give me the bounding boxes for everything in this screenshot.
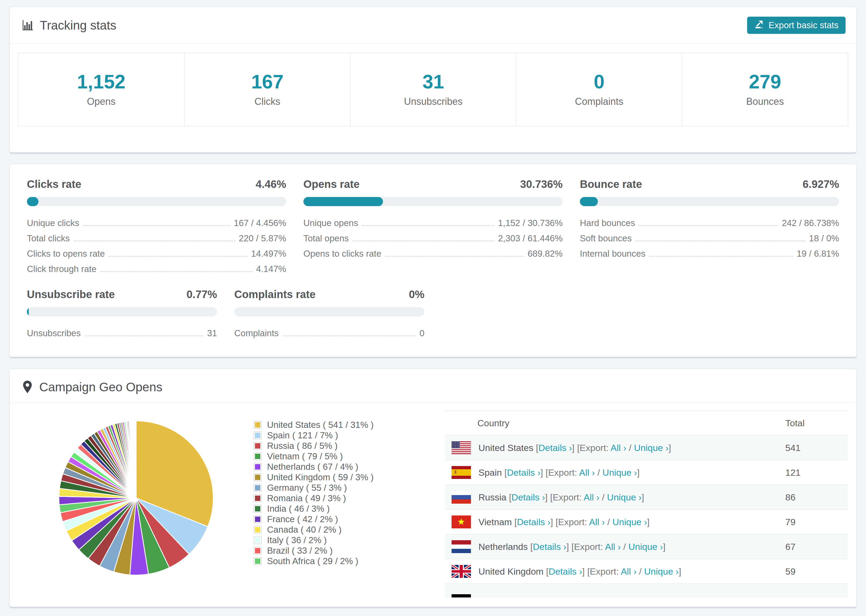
campaign-geo-opens-card: Campaign Geo Opens United States ( 541 /… <box>9 368 857 607</box>
export-unique-link[interactable]: Unique › <box>612 517 647 527</box>
geo-table-row-russia: Russia [Details ›] [Export: All › / Uniq… <box>445 485 848 509</box>
export-basic-stats-button[interactable]: Export basic stats <box>747 17 846 34</box>
rate-row: Internal bounces19 / 6.81% <box>580 246 839 261</box>
country-links: Russia [Details ›] [Export: All › / Uniq… <box>479 492 644 503</box>
rates-bottom-row: Unsubscribe rate0.77%Unsubscribes31Compl… <box>19 288 847 341</box>
rate-row: Click through rate4.147% <box>27 261 286 277</box>
country-name: Russia <box>479 492 506 502</box>
rate-block-unsubscribe-rate: Unsubscribe rate0.77%Unsubscribes31 <box>27 288 217 341</box>
flag-us-icon <box>452 441 471 454</box>
export-unique-link[interactable]: Unique › <box>634 443 669 453</box>
details-link[interactable]: Details › <box>512 492 545 502</box>
rate-progress-bar <box>580 197 839 206</box>
country-total: 79 <box>785 517 848 527</box>
tracking-stats-header: Tracking stats Export basic stats <box>10 7 856 44</box>
rate-progress-bar <box>27 307 217 316</box>
legend-item: Vietnam ( 79 / 5% ) <box>254 451 445 462</box>
country-total: 121 <box>785 467 848 478</box>
geo-table-row-spain: Spain [Details ›] [Export: All › / Uniqu… <box>445 460 848 485</box>
legend-label: Romania ( 49 / 3% ) <box>267 493 346 503</box>
summary-stats-row: 1,152Opens167Clicks31Unsubscribes0Compla… <box>18 53 848 126</box>
rate-title: Clicks rate <box>27 178 81 190</box>
legend-color-swatch <box>254 515 262 523</box>
legend-item: Netherlands ( 67 / 4% ) <box>254 462 445 472</box>
rate-row-value: 220 / 5.87% <box>239 233 286 243</box>
rate-row-value: 689.82% <box>527 248 563 259</box>
geo-table-row <box>445 583 848 597</box>
page: Tracking stats Export basic stats 1,152O… <box>0 0 866 607</box>
dotted-leader <box>639 225 778 226</box>
legend-item: United Kingdom ( 59 / 3% ) <box>254 472 445 482</box>
details-link[interactable]: Details › <box>507 467 540 478</box>
rate-row-label: Opens to clicks rate <box>303 248 381 259</box>
export-all-link[interactable]: All › <box>584 492 600 502</box>
legend-color-swatch <box>254 473 262 481</box>
rate-row-label: Hard bounces <box>580 218 635 228</box>
legend-item: Russia ( 86 / 5% ) <box>254 440 445 451</box>
export-unique-link[interactable]: Unique › <box>628 542 663 552</box>
rate-row-label: Unsubscribes <box>27 328 81 338</box>
rate-row-value: 18 / 0% <box>809 233 839 243</box>
rate-row-label: Total clicks <box>27 233 70 243</box>
country-name: Netherlands <box>479 542 527 552</box>
rate-row: Soft bounces18 / 0% <box>580 231 839 246</box>
export-unique-link[interactable]: Unique › <box>644 566 679 577</box>
legend-label: United States ( 541 / 31% ) <box>267 420 373 430</box>
stat-value: 0 <box>516 72 682 91</box>
rate-row-value: 19 / 6.81% <box>797 248 839 259</box>
export-all-link[interactable]: All › <box>589 517 605 527</box>
export-all-link[interactable]: All › <box>621 566 636 577</box>
pie-slice-other-country[interactable] <box>135 421 136 498</box>
stat-label: Complaints <box>516 96 682 107</box>
rate-progress-fill <box>580 197 598 206</box>
legend-item: Canada ( 40 / 2% ) <box>254 524 445 535</box>
rate-block-clicks-rate: Clicks rate4.46%Unique clicks167 / 4.456… <box>27 178 286 277</box>
stat-label: Opens <box>18 96 184 107</box>
geo-table-row-united-states: United States [Details ›] [Export: All ›… <box>445 435 848 460</box>
column-header-country: Country <box>445 418 785 428</box>
details-link[interactable]: Details › <box>517 517 551 527</box>
legend-label: Vietnam ( 79 / 5% ) <box>267 451 343 462</box>
rate-row: Unique clicks167 / 4.456% <box>27 215 286 231</box>
geo-header: Campaign Geo Opens <box>10 369 856 403</box>
country-links: Netherlands [Details ›] [Export: All › /… <box>479 542 665 552</box>
stat-complaints: 0Complaints <box>516 53 682 126</box>
legend-label: Brazil ( 33 / 2% ) <box>267 545 333 556</box>
export-all-link[interactable]: All › <box>605 542 621 552</box>
bar-chart-icon <box>22 19 34 31</box>
export-unique-link[interactable]: Unique › <box>602 467 637 478</box>
rate-row: Clicks to opens rate14.497% <box>27 246 286 261</box>
dotted-leader <box>74 240 235 241</box>
dotted-leader <box>636 240 805 241</box>
rate-block-opens-rate: Opens rate30.736%Unique opens1,152 / 30.… <box>303 178 563 277</box>
legend-item: India ( 46 / 3% ) <box>254 503 445 514</box>
country-links: United Kingdom [Details ›] [Export: All … <box>479 566 681 577</box>
details-link[interactable]: Details › <box>533 542 567 552</box>
flag-ru-icon <box>452 491 471 504</box>
rate-row-label: Total opens <box>303 233 349 243</box>
country-name: United Kingdom <box>479 566 543 577</box>
legend-item: United States ( 541 / 31% ) <box>254 420 445 430</box>
rate-row: Unique opens1,152 / 30.736% <box>303 215 563 231</box>
country-total: 67 <box>785 542 848 552</box>
details-link[interactable]: Details › <box>538 443 572 453</box>
legend-item: Romania ( 49 / 3% ) <box>254 493 445 503</box>
legend-label: Russia ( 86 / 5% ) <box>267 441 337 451</box>
flag-gb-icon <box>452 565 471 578</box>
flag-de-icon <box>452 594 471 597</box>
export-all-link[interactable]: All › <box>611 443 627 453</box>
export-unique-link[interactable]: Unique › <box>607 492 642 502</box>
flag-es-icon <box>452 466 471 479</box>
country-links: Spain [Details ›] [Export: All › / Uniqu… <box>479 467 639 478</box>
dotted-leader <box>100 271 252 272</box>
geo-legend: United States ( 541 / 31% )Spain ( 121 /… <box>254 410 445 607</box>
rate-row: Unsubscribes31 <box>27 325 217 341</box>
rate-row-value: 4.147% <box>256 264 286 274</box>
rate-value: 4.46% <box>256 178 286 190</box>
details-link[interactable]: Details › <box>549 566 582 577</box>
country-links: United States [Details ›] [Export: All ›… <box>479 443 671 453</box>
dotted-leader <box>83 225 230 226</box>
stat-label: Unsubscribes <box>351 96 516 107</box>
export-all-link[interactable]: All › <box>579 467 595 478</box>
rate-progress-bar <box>27 197 286 206</box>
